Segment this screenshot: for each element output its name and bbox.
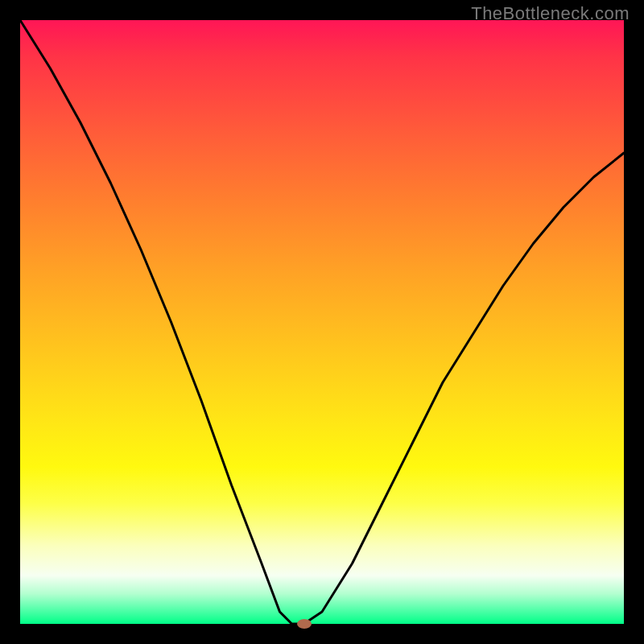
curve-path [20,20,624,624]
bottleneck-curve [20,20,624,624]
chart-frame: TheBottleneck.com [0,0,644,644]
optimal-point-marker [297,619,312,629]
attribution-label: TheBottleneck.com [471,3,630,24]
plot-area [20,20,624,624]
